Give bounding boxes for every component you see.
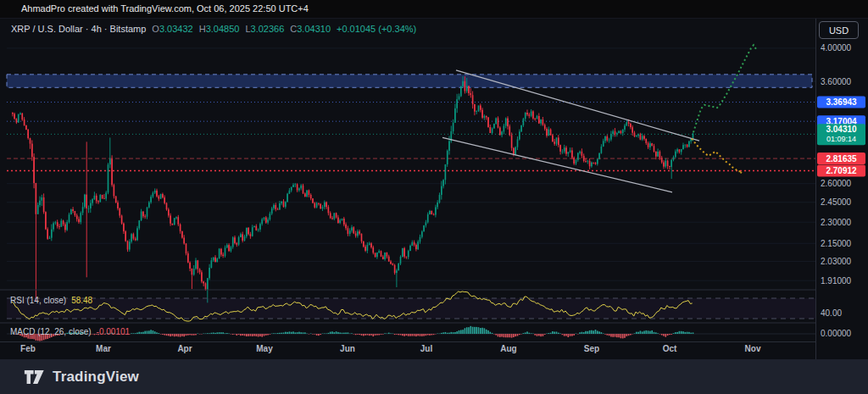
bar-countdown: 01:09:14	[826, 135, 856, 143]
tradingview-logo-icon	[24, 369, 45, 386]
candlestick-series	[12, 76, 693, 302]
close-value: 3.04310	[297, 24, 331, 34]
rsi-label[interactable]: RSI (14, close)	[10, 296, 66, 305]
symbol-legend: XRP / U.S. Dollar · 4h · BitstampO3.0343…	[11, 24, 416, 34]
svg-text:Nov: Nov	[745, 344, 761, 353]
svg-text:4.00000: 4.00000	[821, 43, 852, 53]
change-value: +0.01045 (+0.34%)	[337, 24, 416, 34]
time-axis[interactable]: FebMarAprMayJunJulAugSepOctNov	[20, 344, 761, 353]
bearish-projection[interactable]	[692, 139, 742, 175]
tradingview-logo[interactable]: TradingView	[24, 369, 139, 386]
svg-text:2.30000: 2.30000	[821, 218, 852, 227]
macd-value: -0.00101	[97, 327, 130, 336]
watermark-bar: AhmadPro created with TradingView.com, O…	[0, 0, 868, 19]
svg-text:Oct: Oct	[663, 344, 677, 353]
trendlines[interactable]	[442, 70, 699, 192]
watermark-text: AhmadPro created with TradingView.com, O…	[21, 3, 309, 14]
symbol-title[interactable]: XRP / U.S. Dollar · 4h · Bitstamp	[11, 24, 146, 34]
price-axis[interactable]: 4.000003.600002.600002.450002.300002.150…	[821, 43, 852, 338]
high-label: H	[199, 24, 206, 34]
price-badges[interactable]: 3.369433.170043.0431001:09:142.816352.70…	[817, 97, 865, 177]
svg-text:2.45000: 2.45000	[821, 197, 852, 207]
high-value: 3.04850	[206, 24, 240, 34]
tradingview-brand-text: TradingView	[53, 369, 139, 386]
svg-text:Aug: Aug	[500, 344, 516, 353]
macd-legend: MACD (12, 26, close)-0.00101	[10, 327, 130, 336]
svg-text:2.60000: 2.60000	[821, 179, 852, 188]
svg-text:2.15000: 2.15000	[821, 239, 852, 248]
footer-bar: TradingView	[0, 359, 868, 394]
open-label: O	[152, 24, 159, 34]
svg-text:2.81635: 2.81635	[826, 154, 857, 164]
chart-canvas[interactable]: 4.000003.600002.600002.450002.300002.150…	[0, 0, 868, 394]
svg-text:Jul: Jul	[420, 344, 433, 353]
price-level-lines	[7, 103, 815, 171]
svg-text:2.03000: 2.03000	[821, 257, 852, 266]
svg-text:May: May	[256, 344, 273, 353]
svg-text:Jun: Jun	[340, 344, 355, 353]
resistance-zone[interactable]	[7, 75, 812, 87]
rsi-band-fill	[7, 298, 815, 319]
macd-label[interactable]: MACD (12, 26, close)	[10, 327, 92, 336]
svg-text:0.00000: 0.00000	[821, 329, 852, 338]
svg-text:Feb: Feb	[20, 344, 36, 353]
bullish-projection[interactable]	[693, 45, 757, 132]
svg-text:2.70912: 2.70912	[826, 166, 857, 175]
svg-text:1.91000: 1.91000	[821, 276, 852, 286]
svg-text:3.04310: 3.04310	[826, 125, 857, 134]
svg-text:Sep: Sep	[584, 344, 599, 353]
rsi-value: 58.48	[71, 296, 92, 305]
low-value: 3.02366	[251, 24, 285, 34]
svg-text:3.36943: 3.36943	[826, 97, 857, 107]
currency-toggle-button[interactable]: USD	[819, 21, 859, 39]
svg-text:Mar: Mar	[96, 344, 111, 353]
open-value: 3.03432	[159, 24, 193, 34]
svg-text:3.60000: 3.60000	[821, 77, 852, 86]
svg-text:40.00: 40.00	[821, 308, 842, 318]
svg-text:Apr: Apr	[177, 344, 192, 353]
rsi-legend: RSI (14, close)58.48	[10, 296, 92, 305]
